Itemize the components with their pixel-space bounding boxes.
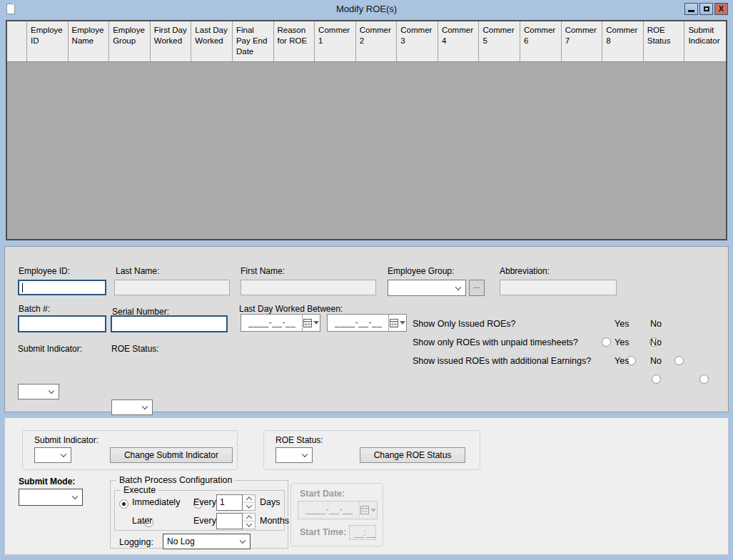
execute-title: Execute (121, 485, 158, 495)
serial-number-input[interactable] (111, 315, 228, 332)
column-header-commer-5[interactable]: Commer 5 (479, 21, 520, 61)
additional-earnings-question: Show issued ROEs with additional Earning… (413, 356, 591, 366)
abbreviation-input (500, 280, 617, 295)
spinner-down-icon[interactable] (243, 502, 255, 510)
filter-roe-status-select[interactable] (111, 399, 153, 415)
close-button[interactable]: X (714, 3, 728, 15)
calendar-dropdown-button (359, 502, 377, 519)
no-label: No (650, 319, 662, 329)
abbreviation-label: Abbreviation: (500, 266, 550, 276)
chevron-down-icon (61, 452, 66, 457)
chevron-down-icon (49, 388, 54, 394)
column-header-reason-for-roe[interactable]: Reason for ROE (274, 21, 315, 61)
minimize-button[interactable] (684, 3, 698, 15)
dropdown-arrow-icon (313, 321, 319, 325)
column-header-commer-3[interactable]: Commer 3 (397, 21, 438, 61)
submit-mode-select[interactable] (19, 489, 83, 506)
change-submit-indicator-button[interactable]: Change Submit Indicator (110, 447, 233, 463)
column-header-commer-1[interactable]: Commer 1 (315, 21, 356, 61)
column-header-last-day-worked[interactable]: Last Day Worked (191, 21, 233, 61)
chevron-down-icon (240, 538, 246, 544)
action-roe-status-label: ROE Status: (275, 435, 323, 445)
spinner-down-icon[interactable] (243, 521, 255, 529)
column-header-final-pay-end-date[interactable]: Final Pay End Date (233, 21, 274, 61)
spinner-up-icon[interactable] (243, 514, 255, 521)
last-day-worked-from-input[interactable]: ____-__-__ (241, 314, 320, 332)
show-only-issued-yes-radio[interactable] (602, 337, 611, 347)
start-date-input: ____-__-__ (298, 501, 378, 519)
column-header-roe-status[interactable]: ROE Status (644, 21, 685, 61)
maximize-icon (704, 6, 709, 11)
unpaid-timesheets-question: Show only ROEs with unpaid timesheets? (413, 337, 578, 347)
logging-label: Logging: (119, 537, 153, 547)
batch-process-configuration-group: Batch Process Configuration Execute Imme… (110, 480, 288, 549)
filter-submit-indicator-select[interactable] (18, 384, 59, 399)
column-header-employe-name[interactable]: Employe Name (69, 21, 110, 61)
column-header-blank[interactable] (7, 21, 27, 61)
additional-earnings-yes-radio[interactable] (652, 375, 661, 384)
show-only-issued-question: Show Only Issued ROEs? (413, 319, 516, 329)
change-roe-status-button[interactable]: Change ROE Status (360, 447, 465, 463)
chevron-down-icon (302, 452, 308, 457)
no-label: No (650, 356, 662, 366)
close-icon: X (719, 5, 724, 13)
grid-body-empty (7, 62, 726, 239)
action-roe-status-select[interactable] (275, 447, 313, 463)
column-header-commer-7[interactable]: Commer 7 (562, 21, 603, 61)
column-header-commer-4[interactable]: Commer 4 (438, 21, 480, 61)
column-header-commer-6[interactable]: Commer 6 (520, 21, 562, 61)
maximize-button[interactable] (699, 3, 713, 15)
employee-id-input[interactable] (18, 280, 106, 295)
column-header-commer-8[interactable]: Commer 8 (602, 21, 644, 61)
chevron-down-icon (72, 494, 78, 499)
employee-group-select[interactable] (388, 280, 466, 296)
text-caret (22, 283, 23, 292)
additional-earnings-no-radio[interactable] (699, 375, 709, 384)
first-name-input (241, 280, 376, 295)
filter-roe-status-label: ROE Status: (111, 344, 159, 354)
column-header-employe-group[interactable]: Employe Group (109, 21, 151, 61)
days-spinner[interactable]: 1 (216, 494, 256, 511)
logging-select[interactable]: No Log (163, 534, 251, 549)
last-day-worked-to-input[interactable]: ____-__-__ (327, 314, 407, 332)
employee-group-label: Employee Group: (388, 266, 454, 276)
dropdown-arrow-icon (400, 321, 405, 325)
column-header-submit-indicator[interactable]: Submit Indicator (684, 21, 726, 61)
months-spinner[interactable] (216, 513, 256, 529)
schedule-group: Start Date: ____-__-__ Start Time: __:__ (290, 483, 383, 546)
employee-id-label: Employee ID: (19, 266, 70, 276)
grid-header: Employe IDEmploye NameEmploye GroupFirst… (7, 21, 726, 62)
execute-immediately-radio[interactable] (119, 499, 128, 509)
calendar-dropdown-button[interactable] (302, 315, 320, 331)
titlebar: Modify ROE(s) X (0, 0, 733, 19)
column-header-employe-id[interactable]: Employe ID (27, 21, 69, 61)
spinner-up-icon[interactable] (243, 495, 255, 502)
column-header-first-day-worked[interactable]: First Day Worked (151, 21, 192, 61)
months-label: Months (260, 516, 289, 526)
batch-process-configuration-title: Batch Process Configuration (116, 475, 235, 485)
calendar-icon (390, 319, 398, 327)
employee-group-browse-button[interactable]: ... (469, 280, 485, 296)
submit-mode-label: Submit Mode: (19, 477, 75, 487)
filter-panel: Employee ID: Last Name: First Name: Empl… (4, 246, 729, 412)
chevron-down-icon (455, 284, 461, 290)
execute-group: Execute Immediately Every 1 Days Later E… (114, 490, 285, 531)
yes-label: Yes (615, 337, 629, 347)
calendar-icon (303, 319, 312, 327)
start-time-input: __:__ (349, 525, 376, 540)
chevron-down-icon (142, 404, 148, 409)
yes-label: Yes (615, 356, 629, 366)
column-header-commer-2[interactable]: Commer 2 (356, 21, 398, 61)
batch-number-input[interactable] (18, 315, 106, 332)
last-name-label: Last Name: (116, 266, 159, 276)
no-label: No (650, 337, 662, 347)
last-day-worked-between-label: Last Day Worked Between: (239, 304, 343, 314)
modify-roe-window: Modify ROE(s) X Employe IDEmploye NameEm… (0, 0, 733, 560)
start-date-label: Start Date: (300, 489, 345, 499)
action-submit-indicator-select[interactable] (34, 447, 71, 463)
unpaid-timesheets-no-radio[interactable] (674, 356, 684, 365)
action-submit-indicator-label: Submit Indicator: (34, 435, 98, 445)
calendar-icon (360, 506, 369, 514)
every-label: Every (193, 497, 216, 507)
calendar-dropdown-button[interactable] (388, 315, 406, 331)
